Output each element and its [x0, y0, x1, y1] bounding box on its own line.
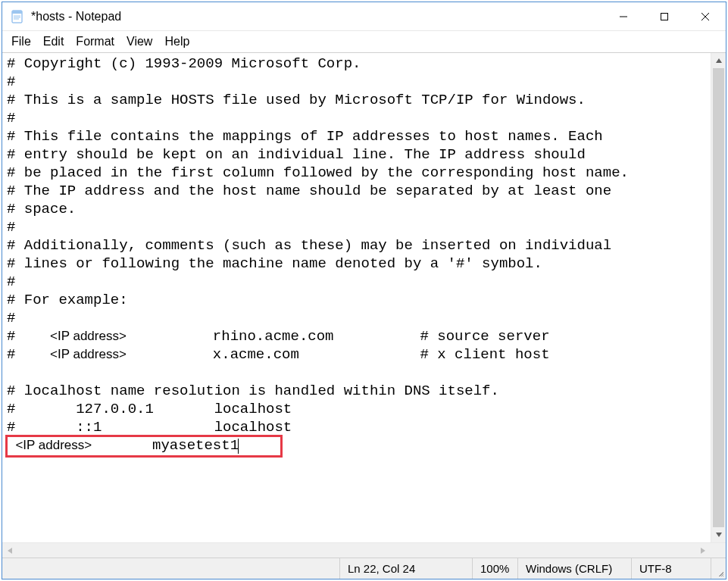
- scroll-right-icon[interactable]: [695, 543, 711, 558]
- status-encoding: UTF-8: [631, 558, 711, 579]
- menubar: File Edit Format View Help: [2, 31, 726, 52]
- menu-edit[interactable]: Edit: [37, 33, 70, 50]
- status-zoom: 100%: [472, 558, 517, 579]
- window-controls: [603, 2, 726, 30]
- scroll-up-icon[interactable]: [711, 53, 726, 68]
- notepad-icon: [10, 9, 25, 24]
- scrollbar-thumb[interactable]: [713, 68, 724, 527]
- menu-view[interactable]: View: [120, 33, 158, 50]
- status-line-endings: Windows (CRLF): [517, 558, 631, 579]
- svg-marker-10: [716, 533, 722, 537]
- window-title: *hosts - Notepad: [31, 10, 603, 23]
- close-button[interactable]: [685, 2, 726, 30]
- scroll-down-icon[interactable]: [711, 527, 726, 542]
- menu-file[interactable]: File: [5, 33, 37, 50]
- notepad-window: *hosts - Notepad File Edit Format View H…: [2, 2, 726, 579]
- minimize-button[interactable]: [603, 2, 644, 30]
- text-caret: [238, 439, 239, 454]
- titlebar: *hosts - Notepad: [2, 2, 726, 31]
- statusbar: Ln 22, Col 24 100% Windows (CRLF) UTF-8: [2, 558, 726, 579]
- svg-rect-6: [661, 13, 668, 20]
- menu-format[interactable]: Format: [70, 33, 120, 50]
- resize-grip[interactable]: [711, 558, 726, 579]
- svg-marker-12: [701, 548, 705, 554]
- status-position: Ln 22, Col 24: [339, 558, 472, 579]
- text-editor[interactable]: # Copyright (c) 1993-2009 Microsoft Corp…: [2, 53, 711, 542]
- menu-help[interactable]: Help: [158, 33, 195, 50]
- ip-placeholder: <IP address>: [50, 329, 127, 343]
- horizontal-scrollbar[interactable]: [2, 542, 726, 558]
- svg-marker-9: [716, 58, 722, 63]
- maximize-button[interactable]: [644, 2, 685, 30]
- svg-rect-1: [12, 11, 22, 14]
- scroll-left-icon[interactable]: [2, 543, 17, 558]
- vertical-scrollbar[interactable]: [711, 53, 726, 542]
- svg-marker-11: [8, 548, 12, 554]
- ip-placeholder: <IP address>: [50, 347, 127, 361]
- editor-area: # Copyright (c) 1993-2009 Microsoft Corp…: [2, 52, 726, 558]
- ip-placeholder: <IP address>: [15, 438, 92, 452]
